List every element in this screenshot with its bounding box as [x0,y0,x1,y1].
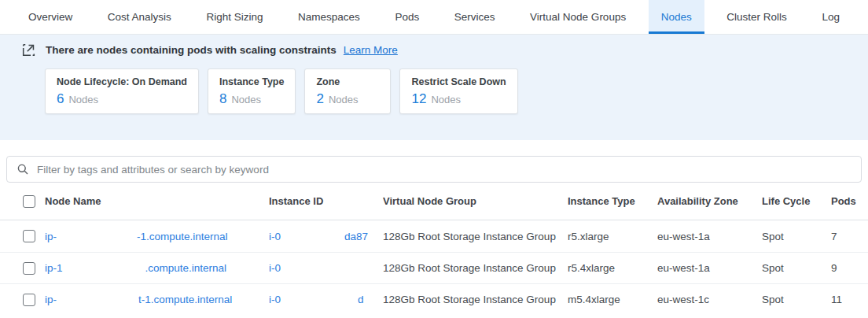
column-header-life-cycle: Life Cycle [762,183,831,220]
virtual-node-group-cell: 128Gb Root Storage Instance Group [383,220,568,252]
tab-right-sizing[interactable]: Right Sizing [193,0,275,34]
node-name-suffix: .compute.internal [145,262,227,274]
nodes-table: Node Name Instance ID Virtual Node Group… [0,183,868,315]
scale-out-icon [22,43,35,57]
pods-cell: 9 [831,253,868,283]
card-title: Restrict Scale Down [411,76,506,87]
tab-bar: Overview Cost Analysis Right Sizing Name… [0,0,868,35]
availability-zone-cell: eu-west-1a [657,220,762,252]
node-name-link[interactable]: ip-1 .compute.internal [45,253,269,283]
instance-id-prefix: i-0 [269,231,281,242]
card-title: Node Lifecycle: On Demand [57,76,187,87]
card-title: Instance Type [219,76,284,87]
table-row[interactable]: ip-1 .compute.internal i-0 128Gb Root St… [0,252,868,283]
instance-type-cell: r5.4xlarge [568,253,657,283]
tab-overview[interactable]: Overview [16,0,85,34]
instance-id-link[interactable]: i-0 d [269,284,383,315]
column-header-availability-zone: Availability Zone [657,183,762,220]
redaction-box [63,253,145,283]
filter-search-box [6,156,862,183]
card-count: 12 [411,91,426,107]
virtual-node-group-cell: 128Gb Root Storage Instance Group [383,253,568,283]
instance-id-link[interactable]: i-0 da87 [269,220,383,252]
life-cycle-cell: Spot [762,220,831,252]
row-checkbox[interactable] [23,294,35,306]
node-name-suffix: -1.compute.internal [137,231,228,242]
availability-zone-cell: eu-west-1c [657,284,762,315]
card-count: 2 [316,91,323,107]
learn-more-link[interactable]: Learn More [344,44,398,56]
redaction-box [57,284,138,315]
tab-virtual-node-groups[interactable]: Virtual Node Groups [517,0,638,34]
select-all-checkbox[interactable] [23,195,35,208]
redaction-box [281,284,358,315]
tab-namespaces[interactable]: Namespaces [285,0,373,34]
table-row[interactable]: ip- -1.compute.internal i-0 da87 128Gb R… [0,220,868,252]
redaction-box [281,253,359,283]
column-header-node-name: Node Name [45,183,269,220]
card-unit: Nodes [431,94,461,105]
instance-id-suffix: d [358,294,364,305]
instance-id-suffix: da87 [344,231,368,242]
node-name-prefix: ip- [45,294,57,305]
scaling-constraints-banner: There are nodes containing pods with sca… [0,35,868,140]
tab-cost-analysis[interactable]: Cost Analysis [95,0,184,34]
node-name-link[interactable]: ip- t-1.compute.internal [45,284,269,315]
card-zone[interactable]: Zone 2 Nodes [304,68,391,114]
pods-cell: 7 [831,220,868,252]
row-checkbox[interactable] [23,230,35,242]
card-count: 8 [219,91,226,107]
node-name-link[interactable]: ip- -1.compute.internal [45,220,269,252]
card-unit: Nodes [329,94,359,105]
tab-log[interactable]: Log [809,0,852,34]
table-header-row: Node Name Instance ID Virtual Node Group… [0,183,868,220]
tab-cluster-rolls[interactable]: Cluster Rolls [714,0,800,34]
column-header-virtual-node-group: Virtual Node Group [383,183,568,220]
search-icon [17,163,29,176]
node-name-prefix: ip-1 [45,262,63,274]
redaction-box [281,220,344,252]
life-cycle-cell: Spot [762,253,831,283]
search-input[interactable] [37,164,851,176]
redaction-box [57,220,137,252]
node-name-prefix: ip- [45,231,57,242]
card-restrict-scale-down[interactable]: Restrict Scale Down 12 Nodes [399,68,517,114]
card-unit: Nodes [231,94,261,105]
pods-cell: 11 [831,284,868,315]
card-title: Zone [316,76,379,87]
instance-id-link[interactable]: i-0 [269,253,383,283]
tab-services[interactable]: Services [442,0,508,34]
instance-type-cell: r5.xlarge [568,220,657,252]
instance-id-prefix: i-0 [269,262,281,274]
column-header-pods: Pods [831,183,868,220]
node-name-suffix: t-1.compute.internal [138,294,232,305]
tab-nodes[interactable]: Nodes [649,0,704,34]
table-row[interactable]: ip- t-1.compute.internal i-0 d 128Gb Roo… [0,283,868,315]
availability-zone-cell: eu-west-1a [657,253,762,283]
card-count: 6 [57,91,64,107]
column-header-instance-id: Instance ID [269,183,383,220]
card-instance-type[interactable]: Instance Type 8 Nodes [208,68,296,114]
constraint-cards: Node Lifecycle: On Demand 6 Nodes Instan… [45,68,868,114]
virtual-node-group-cell: 128Gb Root Storage Instance Group [383,284,568,315]
instance-id-prefix: i-0 [269,294,281,305]
card-unit: Nodes [68,94,98,105]
card-node-lifecycle[interactable]: Node Lifecycle: On Demand 6 Nodes [45,68,199,114]
row-checkbox[interactable] [23,262,35,275]
banner-message: There are nodes containing pods with sca… [46,44,337,56]
column-header-instance-type: Instance Type [568,183,657,220]
life-cycle-cell: Spot [762,284,831,315]
instance-type-cell: m5.4xlarge [568,284,657,315]
tab-pods[interactable]: Pods [382,0,432,34]
